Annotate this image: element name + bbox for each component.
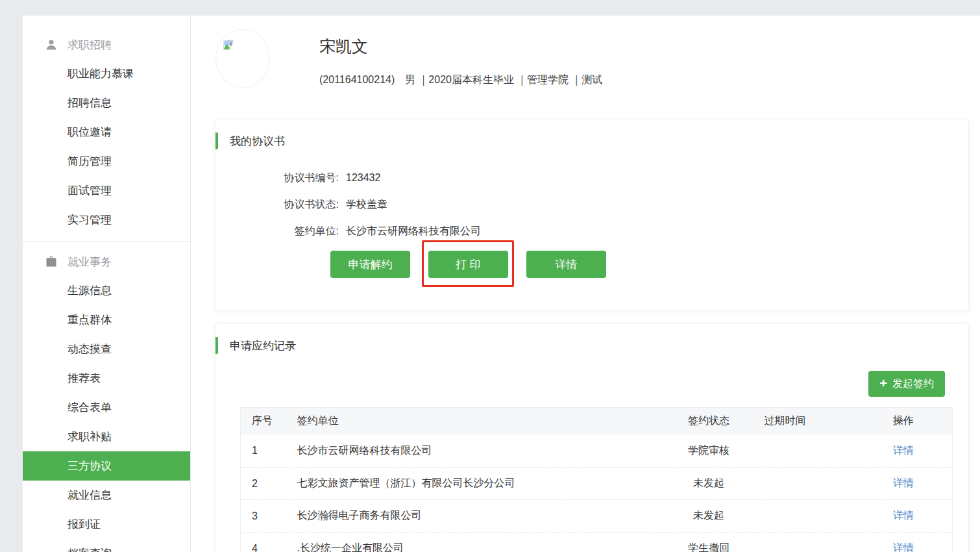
row-detail-link[interactable]: 详情 [893,542,914,552]
briefcase-icon [45,255,58,268]
sidebar-item-key-groups[interactable]: 重点群体 [23,305,190,334]
sidebar-item-employment-info[interactable]: 就业信息 [23,481,190,510]
cell-no: 4 [241,533,286,552]
cell-company: .长沙统一企业有限公司 [286,533,661,552]
agreement-fields: 协议书编号: 123432 协议书状态: 学校盖章 签约单位: 长沙市云研网络科… [215,171,968,238]
page-left-gutter [0,16,22,552]
agreement-status-value: 学校盖章 [346,197,387,212]
sidebar-section-jobseek: 求职招聘 职业能力慕课 招聘信息 职位邀请 简历管理 面试管理 实习管理 [23,16,190,241]
sidebar-item-recommend-form[interactable]: 推荐表 [23,364,190,393]
agreement-section-title: 我的协议书 [215,119,968,149]
cell-company: 七彩文旅资产管理（浙江）有限公司长沙分公司 [286,468,661,500]
cancel-agreement-button[interactable]: 申请解约 [330,251,410,278]
sidebar-item-job-subsidy[interactable]: 求职补贴 [23,422,190,451]
records-table: 序号 签约单位 签约状态 过期时间 操作 1 长沙市云研网络科技有限公司 学院审… [240,407,953,552]
sidebar-header-jobseek: 求职招聘 [23,31,190,59]
agreement-detail-button[interactable]: 详情 [526,251,606,278]
sidebar-section-label: 求职招聘 [67,38,112,53]
cell-status: 学生撤回 [661,533,758,552]
window-top-strip [0,0,980,16]
sidebar-item-dynamic-survey[interactable]: 动态摸查 [23,334,190,364]
avatar [215,29,270,88]
cell-status: 未发起 [661,500,758,533]
sidebar-item-composite-form[interactable]: 综合表单 [23,393,190,422]
student-meta: (201164100214) 男 ｜2020届本科生毕业 ｜管理学院 ｜测试 [319,73,602,87]
field-label: 签约单位: [215,224,339,238]
green-accent-bar [215,132,218,149]
main-content: 宋凯文 (201164100214) 男 ｜2020届本科生毕业 ｜管理学院 ｜… [191,16,980,552]
broken-image-icon [222,39,235,52]
col-header-status: 签约状态 [661,408,758,435]
sidebar-item-tripartite-agreement[interactable]: 三方协议 [23,451,190,481]
initiate-signing-label: 发起签约 [892,377,934,391]
row-detail-link[interactable]: 详情 [893,445,914,456]
application-records-card: 申请应约记录 + 发起签约 序号 签约单位 签约状态 过期时间 操作 1 长沙市… [215,323,969,552]
user-icon [45,38,58,51]
col-header-no: 序号 [241,408,286,435]
cell-no: 3 [241,500,286,533]
print-button[interactable]: 打 印 [428,251,508,278]
green-accent-bar [215,337,218,354]
sidebar-item-position-invite[interactable]: 职位邀请 [23,118,190,147]
field-label: 协议书状态: [215,197,339,212]
sidebar-item-recruit-info[interactable]: 招聘信息 [23,88,190,118]
agreement-company-value: 长沙市云研网络科技有限公司 [346,224,481,238]
col-header-expire: 过期时间 [758,408,855,435]
cell-company: 长沙瀚得电子商务有限公司 [286,500,661,533]
table-row: 2 七彩文旅资产管理（浙江）有限公司长沙分公司 未发起 详情 [241,468,953,500]
sidebar-header-employment: 就业事务 [23,247,190,276]
agreement-buttons-row: 申请解约 打 印 详情 [215,251,968,278]
agreement-status-field: 协议书状态: 学校盖章 [215,197,968,212]
row-detail-link[interactable]: 详情 [893,477,914,488]
cell-expire [758,533,855,552]
sidebar-item-internship[interactable]: 实习管理 [23,205,190,234]
row-detail-link[interactable]: 详情 [893,510,914,521]
sidebar-item-interview[interactable]: 面试管理 [23,176,190,205]
cell-expire [758,500,855,533]
agreement-number-field: 协议书编号: 123432 [215,171,968,185]
initiate-signing-button[interactable]: + 发起签约 [868,371,945,397]
cell-no: 2 [241,468,286,500]
table-row: 3 长沙瀚得电子商务有限公司 未发起 详情 [241,500,953,533]
sidebar-item-source-info[interactable]: 生源信息 [23,276,190,305]
sidebar: 求职招聘 职业能力慕课 招聘信息 职位邀请 简历管理 面试管理 实习管理 就业事… [22,16,191,552]
table-header-row: 序号 签约单位 签约状态 过期时间 操作 [241,408,953,435]
my-agreement-card: 我的协议书 协议书编号: 123432 协议书状态: 学校盖章 签约单位: 长沙… [215,119,969,311]
col-header-company: 签约单位 [286,408,661,435]
cell-no: 1 [241,435,286,468]
print-button-wrap: 打 印 [428,251,508,278]
sidebar-item-archive-query[interactable]: 档案查询 [23,539,190,552]
sidebar-section-employment: 就业事务 生源信息 重点群体 动态摸查 推荐表 综合表单 求职补贴 三方协议 就… [23,241,190,552]
table-row: 4 .长沙统一企业有限公司 学生撤回 详情 [241,533,953,552]
cell-company: 长沙市云研网络科技有限公司 [286,435,661,468]
sidebar-item-mooc[interactable]: 职业能力慕课 [23,59,190,88]
student-name: 宋凯文 [319,36,368,57]
table-row: 1 长沙市云研网络科技有限公司 学院审核 详情 [241,435,953,468]
records-title-text: 申请应约记录 [230,338,296,353]
agreement-company-field: 签约单位: 长沙市云研网络科技有限公司 [215,224,968,238]
agreement-number-value: 123432 [346,171,380,185]
sidebar-item-registration-card[interactable]: 报到证 [23,510,190,539]
sidebar-section-label: 就业事务 [67,255,112,270]
plus-icon: + [879,377,887,390]
student-profile-header: 宋凯文 (201164100214) 男 ｜2020届本科生毕业 ｜管理学院 ｜… [215,29,980,103]
cell-expire [758,435,855,468]
cell-status: 学院审核 [661,435,758,468]
agreement-title-text: 我的协议书 [230,134,285,149]
col-header-action: 操作 [855,408,953,435]
records-section-title: 申请应约记录 [215,324,968,354]
cell-expire [758,468,855,500]
field-label: 协议书编号: [215,171,339,185]
sidebar-item-resume[interactable]: 简历管理 [23,147,190,176]
cell-status: 未发起 [661,468,758,500]
